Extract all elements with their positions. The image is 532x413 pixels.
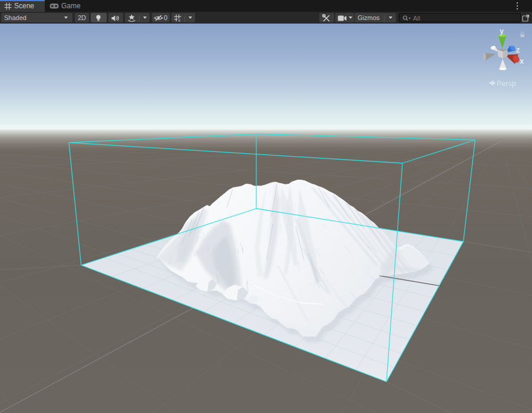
svg-text:y: y bbox=[179, 18, 181, 22]
svg-text:x: x bbox=[520, 57, 524, 65]
svg-text:y: y bbox=[500, 27, 504, 35]
svg-text:Persp: Persp bbox=[497, 80, 516, 88]
svg-text:z: z bbox=[516, 46, 520, 54]
